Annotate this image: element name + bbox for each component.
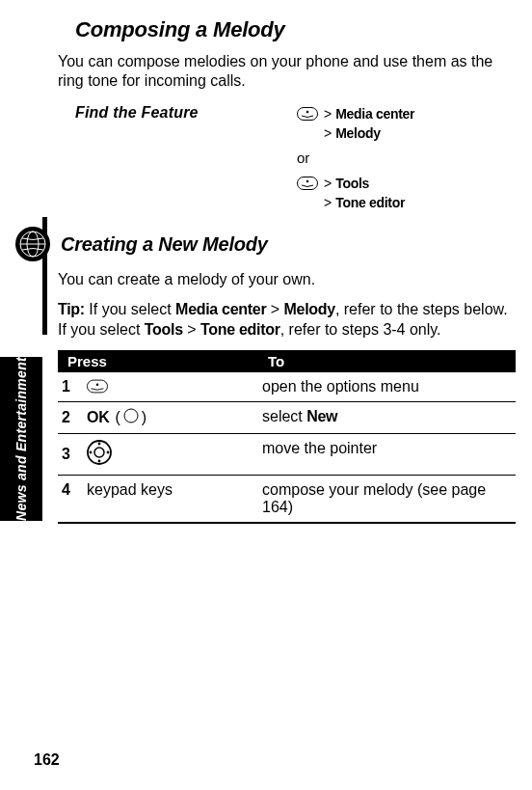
find-feature-row-2: > Tools > Tone editor bbox=[75, 174, 516, 213]
menu-key-icon bbox=[297, 177, 318, 190]
section-subheading: Creating a New Melody bbox=[61, 233, 268, 256]
globe-icon bbox=[14, 226, 51, 262]
svg-point-14 bbox=[98, 459, 101, 462]
intro-paragraph: You can compose melodies on your phone a… bbox=[58, 52, 516, 91]
step-number: 1 bbox=[62, 378, 79, 395]
svg-point-15 bbox=[90, 450, 93, 453]
ok-key-label: OK bbox=[87, 409, 109, 426]
svg-point-9 bbox=[96, 383, 99, 386]
nav-item-media-center: Media center bbox=[335, 104, 414, 123]
svg-point-12 bbox=[94, 448, 104, 457]
find-feature-row-1: Find the Feature > Media center > Melody bbox=[75, 104, 516, 144]
step-description: compose your melody (see page 164) bbox=[258, 475, 516, 523]
softkey-paren: ( ) bbox=[115, 408, 146, 427]
step-description: open the options menu bbox=[258, 372, 516, 402]
svg-point-1 bbox=[306, 111, 309, 114]
table-row: 3 move the poi bbox=[58, 433, 516, 475]
svg-point-13 bbox=[98, 442, 101, 445]
table-row: 1 open the options menu bbox=[58, 372, 516, 402]
nav-or-separator: or bbox=[297, 150, 516, 166]
breadcrumb-chevron: > bbox=[324, 174, 332, 193]
find-feature-label: Find the Feature bbox=[75, 104, 297, 122]
menu-key-icon bbox=[87, 380, 108, 394]
table-row: 2 OK ( ) select New bbox=[58, 401, 516, 433]
svg-rect-2 bbox=[298, 177, 318, 189]
svg-rect-8 bbox=[87, 380, 107, 393]
svg-point-16 bbox=[107, 450, 110, 453]
keypad-keys-label: keypad keys bbox=[87, 481, 173, 499]
breadcrumb-chevron: > bbox=[324, 104, 332, 123]
step-number: 4 bbox=[62, 481, 79, 499]
svg-point-10 bbox=[124, 409, 138, 422]
breadcrumb-chevron: > bbox=[324, 123, 332, 143]
nav-wheel-icon bbox=[87, 440, 112, 469]
page-content: Composing a Melody You can compose melod… bbox=[58, 17, 516, 524]
sub-intro-paragraph: You can create a melody of your own. bbox=[58, 270, 516, 290]
tip-label: Tip: bbox=[58, 301, 85, 317]
svg-point-3 bbox=[306, 179, 309, 182]
breadcrumb-chevron: > bbox=[324, 193, 332, 212]
nav-wheel-icon bbox=[123, 408, 139, 427]
menu-key-icon bbox=[297, 107, 318, 121]
step-number: 3 bbox=[62, 446, 79, 463]
nav-item-tools: Tools bbox=[335, 174, 369, 193]
tip-paragraph: Tip: If you select Media center > Melody… bbox=[58, 300, 516, 341]
step-description: move the pointer bbox=[258, 433, 516, 475]
svg-rect-0 bbox=[298, 108, 318, 121]
step-number: 2 bbox=[62, 409, 79, 426]
step-description: select New bbox=[258, 401, 516, 433]
table-row: 4 keypad keys compose your melody (see p… bbox=[58, 475, 516, 523]
steps-table: Press To 1 bbox=[58, 350, 516, 524]
col-header-to: To bbox=[258, 350, 516, 372]
col-header-press: Press bbox=[58, 350, 258, 372]
subheading-row: Creating a New Melody bbox=[14, 226, 516, 262]
page-number: 162 bbox=[34, 751, 60, 769]
page-title: Composing a Melody bbox=[75, 17, 516, 42]
nav-item-tone-editor: Tone editor bbox=[335, 193, 405, 212]
nav-item-melody: Melody bbox=[335, 123, 380, 143]
nav-path-2: > Tools > Tone editor bbox=[297, 174, 405, 213]
sidebar-section-label: News and Entertainment bbox=[0, 357, 42, 521]
nav-path-1: > Media center > Melody bbox=[297, 104, 414, 144]
